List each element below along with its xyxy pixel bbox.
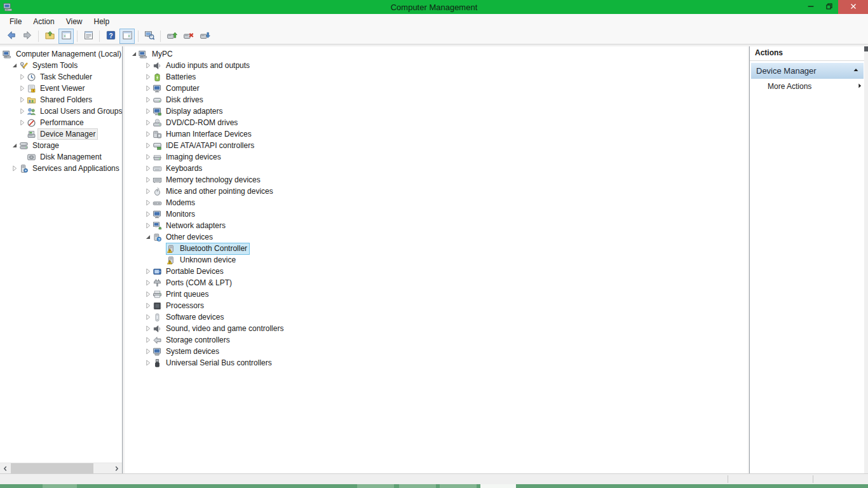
tree-item-system-devices[interactable]: System devices <box>125 346 748 357</box>
expand-icon[interactable] <box>144 336 153 344</box>
tree-item-software-devices[interactable]: Software devices <box>125 311 748 323</box>
expand-icon[interactable] <box>144 141 153 150</box>
taskbar-button-edge-active[interactable] <box>480 484 516 488</box>
collapse-icon[interactable] <box>10 141 19 150</box>
more-actions-item[interactable]: More Actions <box>750 79 864 94</box>
tree-item-monitors[interactable]: Monitors <box>125 208 748 220</box>
taskbar-button-edge[interactable] <box>357 484 394 488</box>
tree-item-processors[interactable]: Processors <box>125 300 748 311</box>
update-driver-button[interactable] <box>164 29 179 44</box>
taskbar-button-edge[interactable] <box>440 484 477 488</box>
collapse-icon[interactable] <box>10 61 19 70</box>
tree-item-universal-serial-bus-controllers[interactable]: Universal Serial Bus controllers <box>125 357 748 369</box>
tree-item-storage[interactable]: Storage <box>0 140 122 151</box>
tree-item-event-viewer[interactable]: Event Viewer <box>0 83 122 94</box>
tree-item-computer[interactable]: Computer <box>125 83 748 94</box>
expand-icon[interactable] <box>144 72 153 81</box>
expand-icon[interactable] <box>10 164 19 173</box>
menu-help[interactable]: Help <box>88 15 116 28</box>
pane-splitter-left[interactable] <box>122 46 124 473</box>
tree-item-sound-video-and-game-controllers[interactable]: Sound, video and game controllers <box>125 323 748 334</box>
chevron-up-icon[interactable] <box>852 66 860 76</box>
expand-icon[interactable] <box>18 95 27 104</box>
expand-icon[interactable] <box>144 358 153 367</box>
export-list-button[interactable] <box>81 29 96 44</box>
tree-item-mypc[interactable]: MyPC <box>125 48 748 60</box>
search-computer-button[interactable] <box>142 29 157 44</box>
horizontal-scrollbar[interactable] <box>0 463 122 473</box>
expand-icon[interactable] <box>144 313 153 322</box>
menu-file[interactable]: File <box>4 15 27 28</box>
tree-item-shared-folders[interactable]: Shared Folders <box>0 94 122 105</box>
tree-item-device-manager[interactable]: Device Manager <box>0 128 122 140</box>
titlebar[interactable]: Computer Management <box>0 0 868 14</box>
tree-item-batteries[interactable]: Batteries <box>125 71 748 83</box>
expand-icon[interactable] <box>144 198 153 207</box>
taskbar-button-edge[interactable] <box>43 484 77 488</box>
expand-icon[interactable] <box>144 107 153 116</box>
tree-item-other-devices[interactable]: ?Other devices <box>125 231 748 243</box>
scrollbar-thumb[interactable] <box>11 463 93 473</box>
tree-item-imaging-devices[interactable]: Imaging devices <box>125 151 748 163</box>
taskbar-button-edge[interactable] <box>399 484 436 488</box>
uninstall-device-button[interactable] <box>180 29 196 44</box>
tree-item-mice-and-other-pointing-devices[interactable]: Mice and other pointing devices <box>125 186 748 197</box>
expand-icon[interactable] <box>144 61 153 70</box>
collapse-icon[interactable] <box>130 50 139 58</box>
expand-icon[interactable] <box>144 164 153 173</box>
collapse-icon[interactable] <box>144 233 153 241</box>
expand-icon[interactable] <box>18 72 27 81</box>
expand-icon[interactable] <box>144 187 153 196</box>
expand-icon[interactable] <box>18 118 27 127</box>
expand-icon[interactable] <box>144 84 153 93</box>
scroll-right-button[interactable] <box>111 463 122 473</box>
help-button[interactable]: ? <box>103 29 118 44</box>
expand-icon[interactable] <box>144 95 153 104</box>
tree-item-performance[interactable]: Performance <box>0 117 122 128</box>
actions-scrollbar-thumb[interactable] <box>864 46 868 51</box>
close-button[interactable] <box>838 0 868 14</box>
expand-icon[interactable] <box>144 290 153 299</box>
actions-scrollbar[interactable] <box>864 46 868 473</box>
tree-item-unknown-device[interactable]: Unknown device <box>125 254 748 266</box>
expand-icon[interactable] <box>144 175 153 184</box>
forward-button[interactable] <box>20 29 35 44</box>
minimize-button[interactable] <box>801 0 820 14</box>
expand-icon[interactable] <box>144 347 153 356</box>
expand-icon[interactable] <box>144 210 153 219</box>
menu-view[interactable]: View <box>60 15 88 28</box>
scroll-left-button[interactable] <box>0 463 11 473</box>
tree-item-disk-management[interactable]: Disk Management <box>0 151 122 163</box>
menu-action[interactable]: Action <box>27 15 60 28</box>
expand-icon[interactable] <box>144 301 153 310</box>
tree-item-human-interface-devices[interactable]: Human Interface Devices <box>125 128 748 140</box>
tree-item-modems[interactable]: Modems <box>125 197 748 208</box>
tree-item-services-and-applications[interactable]: Services and Applications <box>0 163 122 174</box>
tree-item-portable-devices[interactable]: Portable Devices <box>125 266 748 277</box>
tree-item-disk-drives[interactable]: Disk drives <box>125 94 748 105</box>
show-action-pane-button[interactable] <box>119 29 135 44</box>
tree-item-system-tools[interactable]: System Tools <box>0 60 122 71</box>
expand-icon[interactable] <box>18 107 27 116</box>
tree-item-computer-management-local[interactable]: Computer Management (Local) <box>0 48 122 60</box>
tree-item-network-adapters[interactable]: Network adapters <box>125 220 748 231</box>
tree-item-local-users-and-groups[interactable]: Local Users and Groups <box>0 105 122 117</box>
tree-item-storage-controllers[interactable]: Storage controllers <box>125 334 748 346</box>
tree-item-audio-inputs-and-outputs[interactable]: Audio inputs and outputs <box>125 60 748 71</box>
expand-icon[interactable] <box>144 118 153 127</box>
expand-icon[interactable] <box>144 267 153 276</box>
expand-icon[interactable] <box>144 278 153 287</box>
expand-icon[interactable] <box>18 84 27 93</box>
tree-item-task-scheduler[interactable]: Task Scheduler <box>0 71 122 83</box>
expand-icon[interactable] <box>144 130 153 139</box>
tree-item-memory-technology-devices[interactable]: Memory technology devices <box>125 174 748 186</box>
tree-item-dvd-cd-rom-drives[interactable]: DVD/CD-ROM drives <box>125 117 748 128</box>
tree-item-display-adapters[interactable]: Display adapters <box>125 105 748 117</box>
expand-icon[interactable] <box>144 221 153 230</box>
expand-icon[interactable] <box>144 152 153 161</box>
tree-item-ports-com-lpt[interactable]: Ports (COM & LPT) <box>125 277 748 288</box>
tree-item-keyboards[interactable]: Keyboards <box>125 163 748 174</box>
show-console-tree-button[interactable] <box>58 29 74 44</box>
expand-icon[interactable] <box>144 324 153 333</box>
device-manager-section-header[interactable]: Device Manager <box>751 63 864 79</box>
